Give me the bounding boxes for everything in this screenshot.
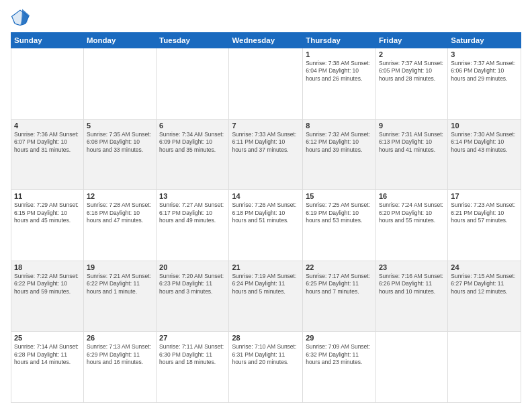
header — [11, 8, 521, 27]
weekday-header: Wednesday — [229, 33, 303, 48]
day-info: Sunrise: 7:37 AM Sunset: 6:05 PM Dayligh… — [379, 60, 445, 83]
day-number: 20 — [159, 263, 226, 271]
day-number: 5 — [87, 122, 153, 130]
day-number: 17 — [451, 192, 518, 200]
day-info: Sunrise: 7:09 AM Sunset: 6:32 PM Dayligh… — [306, 343, 373, 366]
calendar-cell: 26Sunrise: 7:13 AM Sunset: 6:29 PM Dayli… — [83, 332, 156, 403]
day-info: Sunrise: 7:25 AM Sunset: 6:19 PM Dayligh… — [306, 201, 373, 224]
day-number: 22 — [306, 263, 373, 271]
day-number: 2 — [379, 50, 445, 58]
day-number: 23 — [379, 263, 445, 271]
calendar-cell: 4Sunrise: 7:36 AM Sunset: 6:07 PM Daylig… — [11, 119, 84, 190]
calendar-cell: 24Sunrise: 7:15 AM Sunset: 6:27 PM Dayli… — [448, 261, 521, 332]
day-info: Sunrise: 7:17 AM Sunset: 6:25 PM Dayligh… — [306, 273, 373, 295]
day-info: Sunrise: 7:15 AM Sunset: 6:27 PM Dayligh… — [451, 273, 518, 295]
day-number: 13 — [159, 192, 226, 200]
calendar-cell: 19Sunrise: 7:21 AM Sunset: 6:22 PM Dayli… — [83, 261, 156, 332]
day-number: 3 — [451, 50, 518, 58]
calendar-cell: 10Sunrise: 7:30 AM Sunset: 6:14 PM Dayli… — [448, 119, 521, 190]
calendar-cell: 16Sunrise: 7:24 AM Sunset: 6:20 PM Dayli… — [375, 190, 447, 261]
calendar-cell: 18Sunrise: 7:22 AM Sunset: 6:22 PM Dayli… — [11, 261, 84, 332]
day-number: 11 — [14, 192, 81, 200]
day-info: Sunrise: 7:22 AM Sunset: 6:22 PM Dayligh… — [14, 273, 81, 295]
day-number: 28 — [232, 334, 300, 342]
day-info: Sunrise: 7:28 AM Sunset: 6:16 PM Dayligh… — [87, 201, 153, 224]
calendar-week-row: 4Sunrise: 7:36 AM Sunset: 6:07 PM Daylig… — [11, 119, 521, 190]
day-number: 8 — [306, 122, 373, 130]
day-number: 4 — [14, 122, 81, 130]
calendar-cell: 28Sunrise: 7:10 AM Sunset: 6:31 PM Dayli… — [229, 332, 303, 403]
day-info: Sunrise: 7:38 AM Sunset: 6:04 PM Dayligh… — [306, 60, 373, 83]
day-number: 21 — [232, 263, 300, 271]
calendar-cell: 2Sunrise: 7:37 AM Sunset: 6:05 PM Daylig… — [375, 48, 447, 120]
calendar-week-row: 25Sunrise: 7:14 AM Sunset: 6:28 PM Dayli… — [11, 332, 521, 403]
calendar-header: SundayMondayTuesdayWednesdayThursdayFrid… — [11, 33, 521, 48]
calendar-cell: 9Sunrise: 7:31 AM Sunset: 6:13 PM Daylig… — [375, 119, 447, 190]
weekday-header: Friday — [375, 33, 447, 48]
calendar-cell: 12Sunrise: 7:28 AM Sunset: 6:16 PM Dayli… — [83, 190, 156, 261]
calendar-cell: 14Sunrise: 7:26 AM Sunset: 6:18 PM Dayli… — [229, 190, 303, 261]
calendar-week-row: 18Sunrise: 7:22 AM Sunset: 6:22 PM Dayli… — [11, 261, 521, 332]
day-number: 26 — [87, 334, 153, 342]
calendar-cell: 5Sunrise: 7:35 AM Sunset: 6:08 PM Daylig… — [83, 119, 156, 190]
day-info: Sunrise: 7:19 AM Sunset: 6:24 PM Dayligh… — [232, 273, 300, 295]
day-info: Sunrise: 7:30 AM Sunset: 6:14 PM Dayligh… — [451, 131, 518, 154]
logo-icon — [11, 8, 30, 27]
calendar-cell — [157, 48, 229, 120]
calendar-cell — [229, 48, 303, 120]
page: SundayMondayTuesdayWednesdayThursdayFrid… — [0, 0, 532, 411]
calendar-cell — [375, 332, 447, 403]
calendar-cell: 22Sunrise: 7:17 AM Sunset: 6:25 PM Dayli… — [303, 261, 376, 332]
calendar-cell: 7Sunrise: 7:33 AM Sunset: 6:11 PM Daylig… — [229, 119, 303, 190]
calendar-cell: 27Sunrise: 7:11 AM Sunset: 6:30 PM Dayli… — [157, 332, 229, 403]
calendar-body: 1Sunrise: 7:38 AM Sunset: 6:04 PM Daylig… — [11, 48, 521, 403]
day-info: Sunrise: 7:21 AM Sunset: 6:22 PM Dayligh… — [87, 273, 153, 295]
day-info: Sunrise: 7:33 AM Sunset: 6:11 PM Dayligh… — [232, 131, 300, 154]
day-number: 15 — [306, 192, 373, 200]
day-number: 18 — [14, 263, 81, 271]
day-info: Sunrise: 7:16 AM Sunset: 6:26 PM Dayligh… — [379, 273, 445, 295]
calendar-cell: 17Sunrise: 7:23 AM Sunset: 6:21 PM Dayli… — [448, 190, 521, 261]
day-info: Sunrise: 7:26 AM Sunset: 6:18 PM Dayligh… — [232, 201, 300, 224]
day-info: Sunrise: 7:27 AM Sunset: 6:17 PM Dayligh… — [159, 201, 226, 224]
calendar-cell: 23Sunrise: 7:16 AM Sunset: 6:26 PM Dayli… — [375, 261, 447, 332]
calendar-week-row: 1Sunrise: 7:38 AM Sunset: 6:04 PM Daylig… — [11, 48, 521, 120]
weekday-header: Monday — [83, 33, 156, 48]
calendar-cell: 11Sunrise: 7:29 AM Sunset: 6:15 PM Dayli… — [11, 190, 84, 261]
day-number: 25 — [14, 334, 81, 342]
day-info: Sunrise: 7:24 AM Sunset: 6:20 PM Dayligh… — [379, 201, 445, 224]
calendar-cell: 20Sunrise: 7:20 AM Sunset: 6:23 PM Dayli… — [157, 261, 229, 332]
day-number: 27 — [159, 334, 226, 342]
day-info: Sunrise: 7:13 AM Sunset: 6:29 PM Dayligh… — [87, 343, 153, 366]
day-info: Sunrise: 7:29 AM Sunset: 6:15 PM Dayligh… — [14, 201, 81, 224]
calendar: SundayMondayTuesdayWednesdayThursdayFrid… — [11, 32, 521, 403]
weekday-header: Sunday — [11, 33, 84, 48]
day-number: 24 — [451, 263, 518, 271]
day-number: 14 — [232, 192, 300, 200]
day-info: Sunrise: 7:35 AM Sunset: 6:08 PM Dayligh… — [87, 131, 153, 154]
day-number: 12 — [87, 192, 153, 200]
calendar-cell: 8Sunrise: 7:32 AM Sunset: 6:12 PM Daylig… — [303, 119, 376, 190]
weekday-header: Thursday — [303, 33, 376, 48]
day-number: 29 — [306, 334, 373, 342]
calendar-cell: 6Sunrise: 7:34 AM Sunset: 6:09 PM Daylig… — [157, 119, 229, 190]
logo — [11, 8, 32, 27]
weekday-header: Tuesday — [157, 33, 229, 48]
day-info: Sunrise: 7:11 AM Sunset: 6:30 PM Dayligh… — [159, 343, 226, 366]
day-info: Sunrise: 7:31 AM Sunset: 6:13 PM Dayligh… — [379, 131, 445, 154]
day-info: Sunrise: 7:32 AM Sunset: 6:12 PM Dayligh… — [306, 131, 373, 154]
calendar-cell — [83, 48, 156, 120]
calendar-cell: 1Sunrise: 7:38 AM Sunset: 6:04 PM Daylig… — [303, 48, 376, 120]
day-number: 10 — [451, 122, 518, 130]
day-number: 19 — [87, 263, 153, 271]
calendar-cell — [448, 332, 521, 403]
weekday-header: Saturday — [448, 33, 521, 48]
day-info: Sunrise: 7:10 AM Sunset: 6:31 PM Dayligh… — [232, 343, 300, 366]
calendar-cell: 21Sunrise: 7:19 AM Sunset: 6:24 PM Dayli… — [229, 261, 303, 332]
calendar-cell: 29Sunrise: 7:09 AM Sunset: 6:32 PM Dayli… — [303, 332, 376, 403]
calendar-table: SundayMondayTuesdayWednesdayThursdayFrid… — [11, 32, 521, 403]
day-number: 1 — [306, 50, 373, 58]
day-info: Sunrise: 7:23 AM Sunset: 6:21 PM Dayligh… — [451, 201, 518, 224]
day-info: Sunrise: 7:20 AM Sunset: 6:23 PM Dayligh… — [159, 273, 226, 295]
day-info: Sunrise: 7:36 AM Sunset: 6:07 PM Dayligh… — [14, 131, 81, 154]
